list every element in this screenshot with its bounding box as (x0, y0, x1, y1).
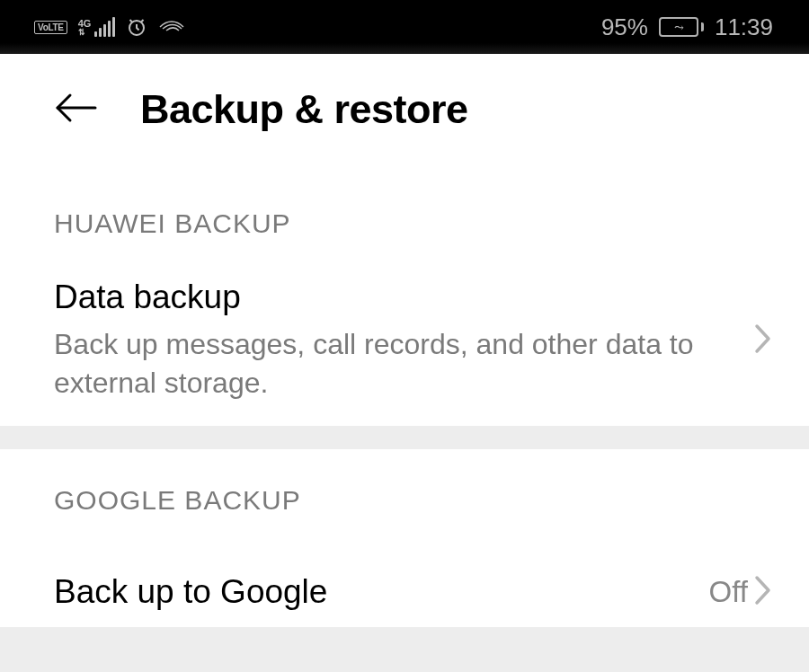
section-divider (0, 426, 809, 449)
section-header-huawei: HUAWEI BACKUP (0, 172, 809, 261)
item-subtitle: Back up messages, call records, and othe… (54, 325, 701, 402)
section-header-google: GOOGLE BACKUP (0, 449, 809, 537)
battery-icon: ⤳ (659, 17, 704, 37)
wing-icon (158, 18, 185, 36)
app-header: Backup & restore (0, 54, 809, 172)
signal-indicator: 4G ⇅ (78, 17, 116, 37)
status-bar: VoLTE 4G ⇅ 95% (0, 0, 809, 54)
item-data-backup[interactable]: Data backup Back up messages, call recor… (0, 261, 809, 426)
signal-bars-icon (94, 17, 115, 37)
clock: 11:39 (715, 13, 773, 41)
chevron-right-icon (753, 574, 773, 610)
alarm-icon (126, 16, 147, 38)
status-right: 95% ⤳ 11:39 (601, 13, 773, 41)
back-button[interactable] (54, 90, 97, 129)
item-back-up-to-google[interactable]: Back up to Google Off (0, 537, 809, 627)
chevron-right-icon (753, 323, 773, 358)
battery-percent: 95% (601, 13, 648, 41)
item-title: Data backup (54, 279, 753, 316)
item-value: Off (709, 575, 748, 609)
status-left: VoLTE 4G ⇅ (34, 16, 185, 38)
page-title: Backup & restore (140, 86, 468, 133)
network-gen-label: 4G (78, 19, 92, 28)
volte-badge: VoLTE (34, 21, 67, 34)
item-title: Back up to Google (54, 573, 709, 611)
